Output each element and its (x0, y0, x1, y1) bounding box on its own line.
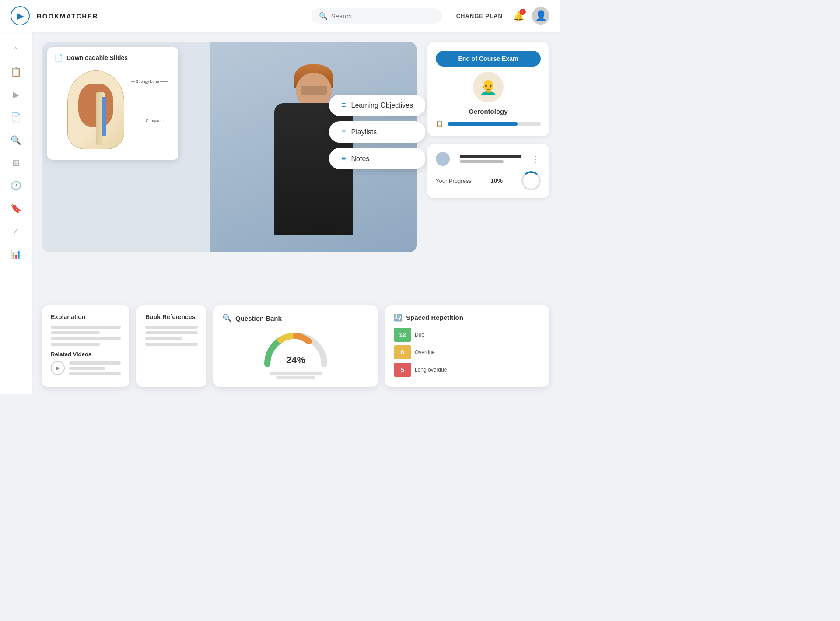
sidebar-item-history[interactable]: 🕐 (6, 176, 25, 195)
question-bank-card: 🔍 Question Bank 24% (214, 305, 378, 387)
book-references-title: Book References (145, 313, 198, 320)
sidebar-item-notes[interactable]: 📋 (6, 62, 25, 81)
progress-name-line (460, 155, 521, 158)
user-avatar[interactable]: 👤 (532, 7, 550, 25)
bone-label-compact: — Compact b... (140, 119, 168, 123)
progress-options-button[interactable]: ⋮ (531, 154, 541, 164)
progress-fill (448, 122, 518, 126)
related-videos-title: Related Videos (51, 351, 121, 358)
spaced-bars: 12 Due 8 Overdue 5 Long overdue (394, 328, 541, 377)
svg-text:24%: 24% (286, 354, 305, 365)
course-progress-row: 📋 (436, 120, 541, 127)
learning-objectives-label: Learning Objectives (351, 102, 413, 109)
menu-item-learning-objectives[interactable]: ≡ Learning Objectives (329, 95, 425, 116)
related-videos-section: Related Videos ▶ (51, 351, 121, 375)
progress-circle (522, 171, 541, 190)
bone-canal (102, 97, 106, 136)
explanation-card: Explanation Related Videos ▶ (42, 305, 130, 387)
book-line-4 (145, 343, 198, 346)
book-line-2 (145, 331, 198, 334)
long-overdue-count: 5 (401, 366, 404, 373)
rel-line-1 (69, 361, 121, 365)
bar-row-due: 12 Due (394, 328, 541, 342)
bar-long-overdue: 5 (394, 363, 411, 377)
end-of-course-exam-button[interactable]: End of Course Exam (436, 51, 541, 67)
book-line-3 (145, 337, 182, 340)
spaced-header: 🔄 Spaced Repetition (394, 313, 541, 322)
slides-icon: 📄 (54, 53, 63, 62)
menu-item-playlists[interactable]: ≡ Playlists (329, 121, 425, 143)
qbank-icon: 🔍 (222, 313, 232, 323)
slides-title-text: Downloadable Slides (66, 54, 128, 61)
rel-line-3 (69, 372, 121, 375)
overdue-label: Overdue (415, 349, 435, 355)
sidebar-item-document[interactable]: 📄 (6, 108, 25, 127)
book-line-1 (145, 326, 198, 329)
slides-card: 📄 Downloadable Slides — Spongy bone —— —… (47, 47, 178, 160)
play-button[interactable]: ▶ (51, 361, 65, 375)
course-title: Gerontology (469, 108, 508, 115)
change-plan-button[interactable]: CHANGE PLAN (456, 13, 503, 19)
course-avatar: 👨‍🦲 (473, 72, 504, 102)
nav-logo[interactable]: ▶ (10, 6, 30, 25)
learning-objectives-icon: ≡ (341, 101, 346, 110)
search-bar[interactable]: 🔍 (311, 8, 442, 24)
exp-line-2 (51, 331, 100, 334)
explanation-lines (51, 326, 121, 346)
bottom-cards-row: Explanation Related Videos ▶ Book Refere… (42, 305, 550, 387)
gauge-lines (270, 372, 322, 379)
search-input[interactable] (331, 12, 427, 20)
due-label: Due (415, 332, 424, 338)
video-container: 📄 Downloadable Slides — Spongy bone —— —… (42, 42, 416, 252)
sidebar-item-bookmark[interactable]: 🔖 (6, 199, 25, 218)
progress-label: Your Progress (436, 178, 472, 184)
bar-row-long-overdue: 5 Long overdue (394, 363, 541, 377)
notes-label: Notes (351, 155, 370, 163)
book-lines (145, 326, 198, 346)
navbar: ▶ BOOKMATCHER 🔍 CHANGE PLAN 🔔 1 👤 (0, 0, 560, 32)
progress-sub-line (460, 160, 504, 163)
playlists-icon: ≡ (341, 127, 346, 137)
rel-line-2 (69, 367, 105, 370)
sidebar-item-home[interactable]: ⌂ (6, 39, 25, 59)
sidebar-item-video[interactable]: ▶ (6, 85, 25, 104)
sidebar-item-chart[interactable]: 📊 (6, 244, 25, 263)
long-overdue-label: Long overdue (415, 367, 447, 373)
gauge-container: 24% (222, 329, 369, 379)
progress-percentage: 10% (490, 177, 503, 184)
notification-bell[interactable]: 🔔 1 (513, 11, 524, 21)
notes-icon: ≡ (341, 154, 346, 163)
spaced-icon: 🔄 (394, 313, 402, 322)
bone-label-spongy: — Spongy bone —— (131, 79, 168, 84)
search-icon: 🔍 (319, 12, 328, 20)
explanation-title: Explanation (51, 313, 121, 320)
exam-card: End of Course Exam 👨‍🦲 Gerontology 📋 (427, 42, 550, 136)
playlists-label: Playlists (351, 128, 377, 136)
related-video-lines (69, 361, 121, 375)
gauge-svg: 24% (261, 329, 331, 368)
progress-header: ⋮ (436, 152, 541, 166)
overdue-count: 8 (401, 349, 404, 356)
progress-info (460, 155, 521, 163)
exp-line-1 (51, 326, 121, 329)
qbank-title: Question Bank (235, 315, 282, 322)
progress-footer: Your Progress 10% (436, 171, 541, 190)
sidebar-item-checklist[interactable]: ✓ (6, 221, 25, 241)
progress-icon: 📋 (436, 120, 443, 127)
bone-diagram: — Spongy bone —— — Compact b... (54, 66, 168, 154)
gauge-line-2 (276, 376, 315, 379)
due-count: 12 (399, 331, 406, 338)
exp-line-4 (51, 343, 100, 346)
bar-due: 12 (394, 328, 411, 342)
gauge-line-1 (270, 372, 322, 375)
sidebar-item-search[interactable]: 🔍 (6, 130, 25, 150)
spaced-title: Spaced Repetition (406, 314, 463, 321)
bar-overdue: 8 (394, 345, 411, 359)
menu-item-notes[interactable]: ≡ Notes (329, 148, 425, 169)
exp-line-3 (51, 337, 121, 340)
progress-avatar (436, 152, 450, 166)
book-references-card: Book References (136, 305, 206, 387)
sidebar-item-grid[interactable]: ⊞ (6, 153, 25, 172)
progress-card: ⋮ Your Progress 10% (427, 144, 550, 198)
floating-menu: ≡ Learning Objectives ≡ Playlists ≡ Note… (329, 95, 425, 169)
